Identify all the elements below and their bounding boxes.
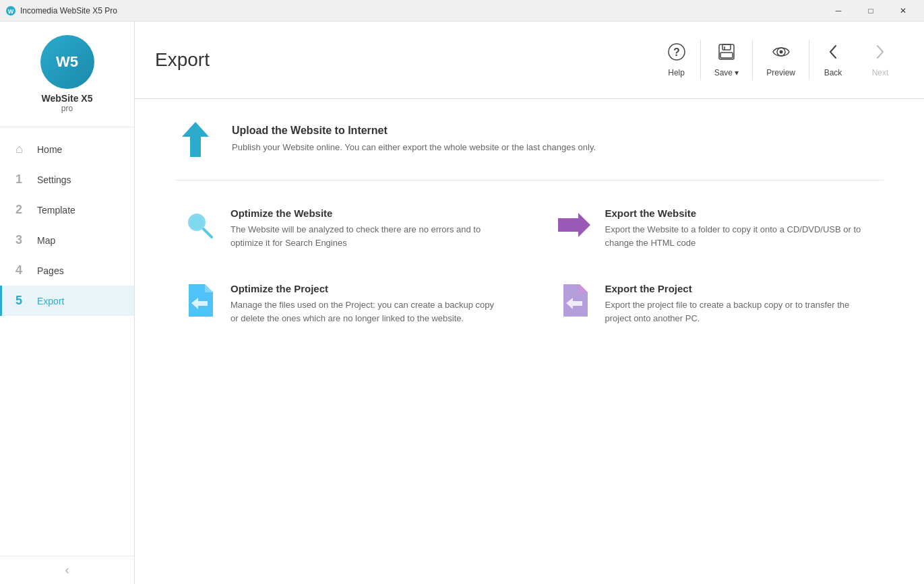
option-optimize-website[interactable]: Optimize the Website The Website will be… (175, 201, 510, 256)
title-bar-left: W Incomedia WebSite X5 Pro (5, 5, 117, 16)
app-container: W5 WebSite X5 pro ⌂ Home 1 Settings 2 Te… (0, 22, 924, 584)
svg-marker-10 (182, 122, 209, 157)
svg-text:W: W (8, 8, 14, 15)
upload-icon (175, 119, 216, 160)
logo-circle: W5 (40, 35, 94, 89)
title-bar: W Incomedia WebSite X5 Pro ─ □ ✕ (0, 0, 924, 22)
back-icon (826, 42, 840, 64)
preview-button[interactable]: Preview (753, 36, 809, 84)
svg-rect-5 (722, 44, 731, 50)
save-button[interactable]: Save ▾ (701, 36, 753, 84)
sidebar-item-home[interactable]: ⌂ Home (0, 134, 134, 164)
sidebar-label-settings: Settings (37, 174, 71, 185)
option-optimize-project[interactable]: Optimize the Project Manage the files us… (175, 276, 510, 331)
svg-text:?: ? (673, 46, 680, 58)
toolbar-actions: ? Help Save ▾ (653, 36, 904, 84)
option-export-project[interactable]: Export the Project Export the project fi… (550, 276, 884, 331)
maximize-button[interactable]: □ (855, 0, 886, 22)
upload-section[interactable]: Upload the Website to Internet Publish y… (175, 119, 884, 181)
export-project-title: Export the Project (605, 283, 877, 294)
sidebar-label-home: Home (37, 144, 62, 155)
sidebar-label-export: Export (37, 296, 64, 306)
optimize-project-desc: Manage the files used on the Project: yo… (230, 298, 503, 325)
back-button[interactable]: Back (809, 36, 857, 84)
upload-title: Upload the Website to Internet (232, 125, 596, 137)
help-label: Help (668, 68, 685, 77)
sidebar-nav: ⌂ Home 1 Settings 2 Template 3 Map 4 Pag… (0, 127, 134, 556)
sidebar-item-map[interactable]: 3 Map (0, 225, 134, 255)
export-website-icon (557, 207, 592, 242)
next-icon (873, 42, 887, 64)
help-icon: ? (667, 42, 686, 64)
sidebar-label-template: Template (37, 205, 75, 216)
close-button[interactable]: ✕ (888, 0, 919, 22)
sidebar-item-pages[interactable]: 4 Pages (0, 255, 134, 286)
logo-subtitle: WebSite X5 pro (40, 93, 94, 113)
sidebar-item-settings[interactable]: 1 Settings (0, 164, 134, 195)
optimize-website-desc: The Website will be analyzed to check th… (230, 223, 503, 249)
sidebar-label-pages: Pages (37, 265, 64, 276)
export-website-text: Export the Website Export the Website to… (605, 207, 877, 249)
sidebar-collapse: ‹ (0, 556, 134, 584)
optimize-website-title: Optimize the Website (230, 207, 503, 219)
map-num: 3 (16, 233, 29, 247)
export-num: 5 (16, 294, 29, 308)
home-icon: ⌂ (16, 142, 29, 156)
export-project-icon (557, 283, 592, 318)
preview-label: Preview (766, 68, 795, 77)
optimize-project-title: Optimize the Project (230, 283, 503, 294)
sidebar-label-map: Map (37, 235, 55, 246)
back-label: Back (824, 68, 842, 77)
main-content: Export ? Help (135, 22, 924, 584)
collapse-button[interactable]: ‹ (65, 563, 69, 577)
app-icon: W (5, 5, 16, 16)
help-button[interactable]: ? Help (653, 36, 700, 84)
logo-edition: pro (40, 104, 94, 113)
svg-line-13 (204, 229, 212, 237)
sidebar-item-export[interactable]: 5 Export (0, 286, 134, 316)
svg-point-12 (190, 216, 204, 229)
settings-num: 1 (16, 172, 29, 187)
svg-rect-4 (719, 44, 734, 59)
save-label: Save ▾ (714, 68, 739, 77)
app-title: Incomedia WebSite X5 Pro (20, 6, 117, 15)
save-icon (717, 42, 736, 64)
logo-initials: W5 (56, 53, 78, 71)
sidebar-item-template[interactable]: 2 Template (0, 195, 134, 225)
export-project-desc: Export the project file to create a back… (605, 298, 877, 325)
svg-point-9 (779, 51, 782, 54)
header-toolbar: Export ? Help (135, 22, 924, 99)
svg-marker-14 (558, 213, 590, 237)
optimize-website-text: Optimize the Website The Website will be… (230, 207, 503, 249)
preview-icon (772, 42, 791, 64)
next-label: Next (872, 68, 889, 77)
optimize-project-text: Optimize the Project Manage the files us… (230, 283, 503, 325)
minimize-button[interactable]: ─ (823, 0, 854, 22)
template-num: 2 (16, 203, 29, 217)
export-website-desc: Export the Website to a folder to copy i… (605, 223, 877, 249)
page-title: Export (155, 49, 653, 71)
sidebar: W5 WebSite X5 pro ⌂ Home 1 Settings 2 Te… (0, 22, 135, 584)
pages-num: 4 (16, 263, 29, 278)
next-button[interactable]: Next (857, 36, 904, 84)
optimize-project-icon (182, 283, 217, 318)
options-grid: Optimize the Website The Website will be… (175, 201, 884, 331)
upload-section-text: Upload the Website to Internet Publish y… (232, 125, 596, 154)
optimize-website-icon (182, 207, 217, 242)
title-bar-controls: ─ □ ✕ (823, 0, 919, 22)
logo-name: WebSite X5 (40, 93, 94, 104)
option-export-website[interactable]: Export the Website Export the Website to… (550, 201, 884, 256)
content-area: Upload the Website to Internet Publish y… (135, 99, 924, 584)
sidebar-logo: W5 WebSite X5 pro (0, 22, 134, 127)
svg-rect-6 (720, 53, 733, 58)
upload-desc: Publish your Website online. You can eit… (232, 141, 596, 154)
export-project-text: Export the Project Export the project fi… (605, 283, 877, 325)
export-website-title: Export the Website (605, 207, 877, 219)
